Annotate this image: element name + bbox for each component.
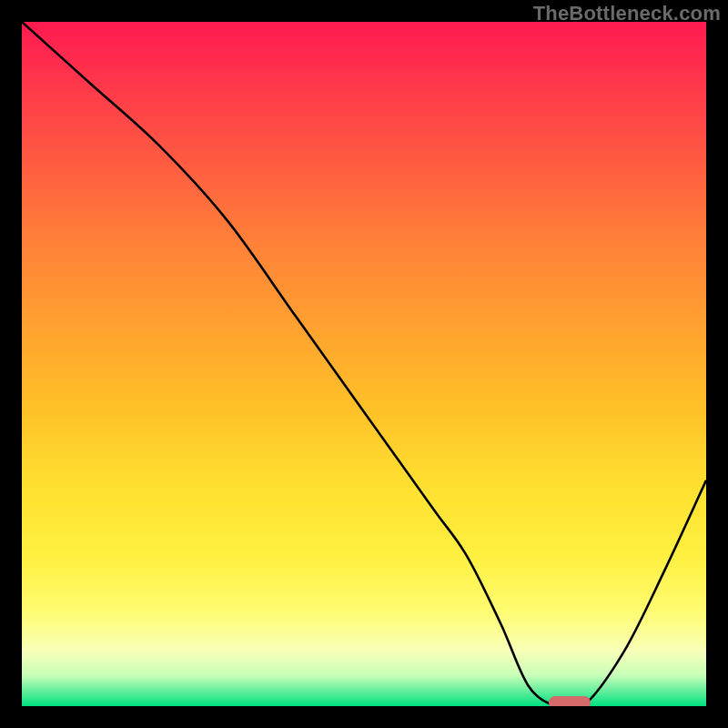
plot-area <box>22 22 706 706</box>
optimal-marker <box>549 696 591 706</box>
bottleneck-curve <box>22 22 706 706</box>
chart-frame: TheBottleneck.com <box>0 0 728 728</box>
